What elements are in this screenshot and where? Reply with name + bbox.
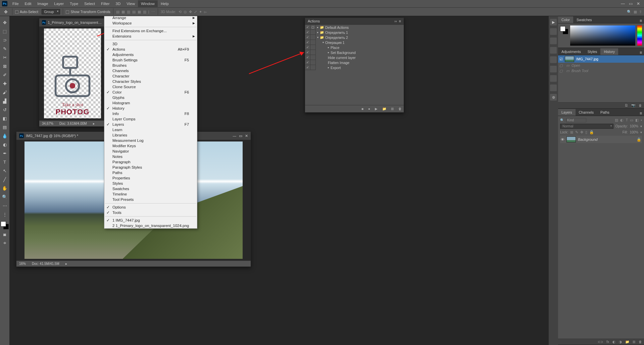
camera-icon[interactable]: 📷 [631,104,635,107]
color-swatches[interactable] [1,221,9,229]
stop-icon[interactable]: ■ [361,107,363,111]
edit-toolbar[interactable]: ⋮ [1,211,8,218]
menuitem-modifier-keys[interactable]: Modifier Keys [104,143,197,149]
menuitem-tool-presets[interactable]: Tool Presets [104,197,197,202]
crop-tool[interactable]: ✂ [1,54,8,61]
action-row[interactable]: ✓Hide current layer [305,55,404,60]
move-tool-icon[interactable]: ✥ [2,8,9,15]
menuitem-channels[interactable]: Channels [104,68,197,73]
zoom-tool[interactable]: 🔍 [1,193,8,200]
maximize-button[interactable]: ▭ [629,1,633,6]
menuitem-brushes[interactable]: Brushes [104,63,197,68]
menu-window[interactable]: Window [138,0,158,7]
folder-icon[interactable]: 📁 [382,107,386,111]
hue-slider[interactable] [637,25,642,46]
menuitem-brush-settings[interactable]: Brush SettingsF5 [104,57,197,63]
strip-icon[interactable] [550,38,557,44]
menuitem-2-1-primary-logo-on-transparent-1024-png[interactable]: 2 1_Primary_logo_on_transparent_1024.png [104,223,197,228]
adj-icon[interactable]: ◑ [619,340,622,344]
show-transform-checkbox[interactable]: Show Transform Controls [66,10,110,14]
mask-icon[interactable]: ◐ [612,340,615,344]
menu-view[interactable]: View [123,0,138,7]
menuitem-layer-comps[interactable]: Layer Comps [104,116,197,122]
doc1-zoom[interactable]: 34,67% [42,122,53,125]
menuitem-clone-source[interactable]: Clone Source [104,84,197,90]
tab-color[interactable]: Color [558,16,573,23]
menuitem-tools[interactable]: ✓Tools [104,210,197,215]
menu-filter[interactable]: Filter [98,0,113,7]
menu-select[interactable]: Select [81,0,98,7]
quick-select-tool[interactable]: ✎ [1,45,8,52]
menuitem-swatches[interactable]: Swatches [104,186,197,191]
action-row[interactable]: ✓▢▸📁Default Actions [305,25,404,30]
menuitem-info[interactable]: InfoF8 [104,111,197,116]
menuitem-paragraph-styles[interactable]: Paragraph Styles [104,165,197,170]
doc-maximize[interactable]: ▭ [239,134,242,138]
strip-icon[interactable] [550,47,557,54]
menuitem-options[interactable]: ✓Options [104,205,197,210]
close-button[interactable]: ✕ [637,1,640,6]
new-layer-icon[interactable]: ⊞ [633,340,635,344]
menuitem-layers[interactable]: ✓LayersF7 [104,122,197,127]
menuitem-character-styles[interactable]: Character Styles [104,79,197,84]
document-window-1[interactable]: Ps 1_Primary_logo_on_transparent_1024.pn… [39,18,106,127]
window-menu[interactable]: Arrange▶Workspace▶Find Extensions on Exc… [104,16,197,229]
action-row[interactable]: ✓▸Place [305,45,404,50]
menuitem-adjustments[interactable]: Adjustments [104,52,197,57]
menuitem-learn[interactable]: Learn [104,127,197,132]
menuitem-navigator[interactable]: Navigator [104,149,197,154]
align-icons[interactable]: ▤▦▥▤▦▥|⋯ [116,10,155,14]
trash-icon[interactable]: 🗑 [398,107,402,111]
action-row[interactable]: ✓▾Операция 1 [305,40,404,45]
history-source[interactable]: ☑ IMG_7447.jpg [558,55,644,63]
hand-tool[interactable]: ✋ [1,184,8,192]
workspace-icon[interactable]: ▦ [634,10,637,14]
shape-tool[interactable]: ╱ [1,176,8,183]
tab-adjustments[interactable]: Adjustments [558,48,584,55]
menu-layer[interactable]: Layer [51,0,67,7]
trash-icon[interactable]: 🗑 [639,104,642,107]
menuitem-history[interactable]: ✓History [104,106,197,111]
doc2-zoom[interactable]: 16% [19,262,26,266]
menuitem-paths[interactable]: Paths [104,170,197,175]
strip-icon[interactable] [550,66,557,72]
layer-row-background[interactable]: 👁 Background 🔒 [560,136,642,143]
action-row[interactable]: ✓▾📁Определить 2 [305,35,404,40]
history-step[interactable]: ▢▭Brush Tool [558,68,644,73]
brush-tool[interactable]: 🖌 [1,89,8,96]
doc-minimize[interactable]: — [233,134,237,138]
action-row[interactable]: ✓▸Export [305,65,404,70]
tab-styles[interactable]: Styles [584,48,601,55]
menuitem-libraries[interactable]: Libraries [104,132,197,138]
menu-type[interactable]: Type [67,0,81,7]
menu-3d[interactable]: 3D [113,0,124,7]
play-action-icon[interactable]: ▶ [550,19,557,25]
history-step[interactable]: ▢▭Open [558,63,644,68]
menuitem-1-img-7447-jpg[interactable]: ✓1 IMG_7447.jpg [104,218,197,223]
tab-paths[interactable]: Paths [597,109,613,116]
menuitem-properties[interactable]: Properties [104,175,197,181]
frame-tool[interactable]: ⊠ [1,62,8,70]
menuitem-styles[interactable]: Styles [104,181,197,186]
lasso-tool[interactable]: ⊃ [1,36,8,44]
marquee-tool[interactable]: ⬚ [1,27,8,35]
auto-select-mode[interactable]: Group [42,9,60,14]
action-row[interactable]: ✓▸Set Background [305,50,404,55]
path-select-tool[interactable]: ↖ [1,167,8,174]
menuitem-histogram[interactable]: Histogram [104,100,197,106]
pen-tool[interactable]: ✒ [1,150,8,157]
menuitem-notes[interactable]: Notes [104,154,197,159]
tab-swatches[interactable]: Swatches [573,16,595,23]
eye-icon[interactable]: 👁 [561,137,564,141]
panel-menu-icon[interactable]: ≡ [638,50,644,55]
link-icon[interactable]: ⊂⊃ [598,340,603,344]
menu-edit[interactable]: Edit [22,0,35,7]
record-icon[interactable]: ● [368,107,370,111]
cc-icon[interactable]: ⊚ [550,94,557,101]
strip-icon[interactable] [550,56,557,63]
layer-kind-filter[interactable] [566,118,586,122]
dodge-tool[interactable]: ◐ [1,141,8,148]
group-icon[interactable]: 📁 [625,340,629,344]
trash-icon[interactable]: 🗑 [639,340,642,344]
menuitem-workspace[interactable]: Workspace▶ [104,20,197,26]
